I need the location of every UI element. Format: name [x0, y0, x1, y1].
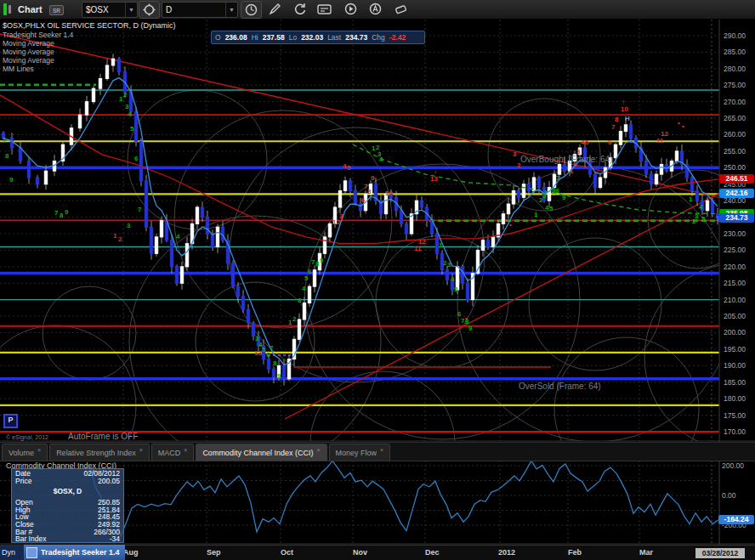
candle[interactable]	[10, 138, 13, 148]
draw-tool-button[interactable]	[265, 1, 285, 17]
candle[interactable]	[236, 286, 239, 297]
candle[interactable]	[527, 184, 530, 191]
properties-button[interactable]: P	[3, 414, 18, 428]
candle[interactable]	[36, 178, 38, 184]
candle[interactable]	[486, 240, 489, 247]
chevron-down-icon[interactable]: ▼	[225, 3, 237, 17]
candle[interactable]	[420, 201, 423, 207]
candle[interactable]	[206, 218, 208, 234]
tab-macd[interactable]: MACD ×	[151, 444, 195, 461]
candle[interactable]	[644, 161, 647, 175]
candle[interactable]	[660, 164, 662, 174]
candle[interactable]	[614, 144, 616, 158]
candle[interactable]	[328, 223, 331, 237]
close-icon[interactable]: ×	[380, 447, 383, 453]
play-button[interactable]	[341, 1, 360, 17]
tab-volume[interactable]: Volume ×	[2, 444, 48, 461]
candle[interactable]	[706, 201, 708, 211]
candle[interactable]	[180, 267, 183, 283]
candle[interactable]	[619, 132, 622, 145]
candle[interactable]	[117, 59, 120, 72]
candle[interactable]	[481, 240, 484, 251]
close-icon[interactable]: ×	[37, 447, 41, 453]
candle[interactable]	[343, 181, 346, 191]
candle[interactable]	[19, 148, 21, 161]
candle[interactable]	[134, 111, 137, 141]
candle[interactable]	[624, 125, 627, 132]
candle[interactable]	[400, 211, 402, 224]
candle[interactable]	[99, 78, 101, 88]
candle[interactable]	[323, 237, 326, 253]
close-icon[interactable]: ×	[139, 447, 143, 453]
candle[interactable]	[583, 148, 586, 161]
candle[interactable]	[221, 227, 224, 240]
candle[interactable]	[139, 141, 142, 181]
candle[interactable]	[85, 102, 88, 116]
candle[interactable]	[105, 65, 108, 79]
candle[interactable]	[522, 184, 525, 198]
eraser-button[interactable]	[391, 1, 411, 17]
candle[interactable]	[491, 237, 494, 247]
candle[interactable]	[563, 164, 565, 171]
candle[interactable]	[111, 59, 114, 65]
candle[interactable]	[175, 267, 178, 283]
candle[interactable]	[405, 223, 407, 234]
autoframe-button[interactable]	[366, 1, 385, 17]
candle[interactable]	[150, 227, 152, 253]
candle[interactable]	[593, 174, 596, 188]
candle[interactable]	[308, 286, 310, 303]
candle[interactable]	[216, 227, 219, 246]
candle[interactable]	[298, 320, 300, 339]
interval-dropdown[interactable]: D ▼	[162, 2, 238, 18]
candle[interactable]	[690, 178, 693, 191]
candle[interactable]	[282, 365, 285, 379]
formula-button[interactable]	[315, 1, 334, 17]
close-icon[interactable]: ×	[316, 447, 320, 453]
tab-cci[interactable]: Commodity Channel Index (CCI) ×	[196, 444, 326, 461]
candle[interactable]	[185, 244, 188, 267]
candle[interactable]	[145, 181, 147, 227]
candle[interactable]	[27, 161, 30, 178]
candle[interactable]	[196, 207, 198, 223]
candle[interactable]	[461, 267, 463, 283]
candle[interactable]	[272, 369, 275, 377]
candle[interactable]	[313, 270, 315, 286]
candle[interactable]	[650, 174, 652, 184]
candle[interactable]	[349, 181, 351, 191]
candle[interactable]	[675, 151, 678, 161]
candle[interactable]	[241, 297, 244, 310]
candle[interactable]	[231, 263, 234, 286]
tab-rsi[interactable]: Relative Strength Index ×	[49, 444, 150, 461]
close-icon[interactable]: ×	[184, 447, 187, 453]
chart-link-badge[interactable]: SR	[49, 5, 64, 15]
candle[interactable]	[247, 309, 249, 323]
candle[interactable]	[78, 115, 81, 128]
candle[interactable]	[201, 207, 203, 218]
candle[interactable]	[303, 303, 305, 320]
chevron-down-icon[interactable]: ▼	[125, 3, 137, 17]
candle[interactable]	[267, 359, 270, 370]
candle[interactable]	[629, 125, 632, 139]
reload-button[interactable]	[290, 1, 309, 17]
candle[interactable]	[354, 191, 356, 205]
taskbar-item[interactable]: Tradesight Seeker 1.4	[24, 545, 125, 560]
candle[interactable]	[507, 204, 509, 214]
candle[interactable]	[446, 270, 448, 280]
candle[interactable]	[466, 283, 468, 299]
candle[interactable]	[211, 234, 213, 247]
candle[interactable]	[517, 191, 519, 198]
candle[interactable]	[512, 191, 514, 205]
time-interval-button[interactable]	[241, 1, 262, 19]
candle[interactable]	[548, 188, 550, 201]
candle[interactable]	[655, 174, 657, 184]
candle[interactable]	[155, 237, 157, 253]
candle[interactable]	[588, 161, 591, 175]
symbol-dropdown[interactable]: $OSX ▼	[82, 2, 138, 18]
candle[interactable]	[170, 240, 173, 267]
candle[interactable]	[695, 191, 698, 201]
candle[interactable]	[338, 191, 341, 207]
symbol-lookup-button[interactable]	[139, 1, 160, 19]
candle[interactable]	[537, 178, 540, 188]
candle[interactable]	[44, 171, 47, 184]
candle[interactable]	[92, 88, 94, 102]
